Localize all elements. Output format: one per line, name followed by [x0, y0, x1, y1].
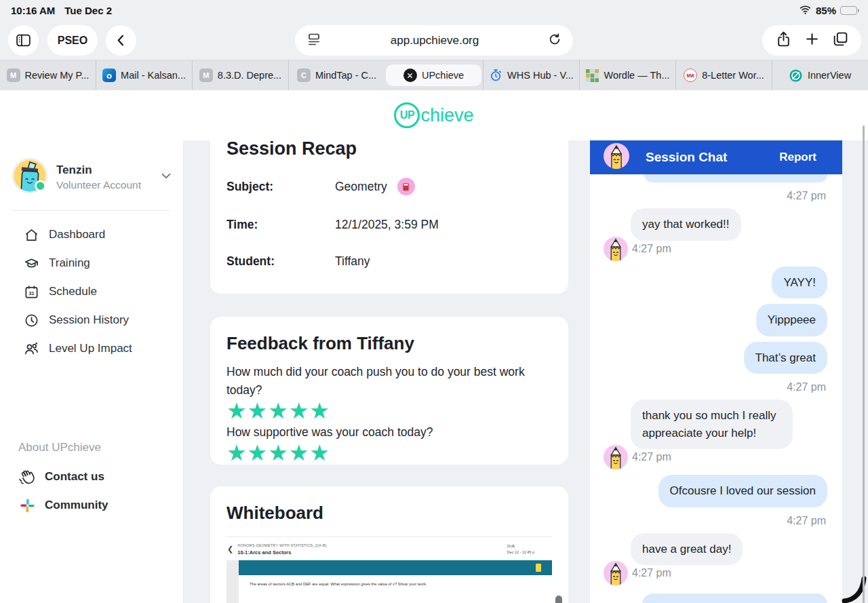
sidebar-item-label: Training [49, 256, 90, 270]
new-tab-button[interactable] [804, 31, 821, 50]
recap-value: 12/1/2025, 3:59 PM [335, 218, 439, 232]
tab-innerview[interactable]: InnerView [772, 60, 868, 90]
student-avatar [604, 143, 629, 172]
sidebar-item-dashboard[interactable]: Dashboard [0, 220, 183, 249]
sidebar-item-community[interactable]: Community [0, 491, 183, 520]
clock-icon [22, 313, 40, 328]
tab-8-3-d-depre[interactable]: M8.3.D. Depre... [192, 60, 288, 90]
wifi-icon [799, 4, 812, 17]
recap-row-student: Student:Tiffany [226, 254, 552, 269]
assignment-header: ❮ HONORS GEOMETRY WITH STATISTICS_2(A-B)… [226, 541, 552, 559]
volunteer-message-bubble: Ofcousre I loved our session [658, 475, 827, 507]
message-meta-row: 4:27 pm [604, 561, 829, 585]
tab-label: Mail - Kalsan... [121, 70, 186, 81]
whiteboard-divider [226, 537, 552, 537]
tab-label: 8-Letter Wor... [702, 70, 764, 81]
volunteer-message-bubble: YAYY! [772, 267, 827, 299]
sidebar-links: Contact usCommunity [0, 463, 183, 520]
message-meta-row: 4:27 pm [604, 237, 829, 261]
sidebar-item-contact-us[interactable]: Contact us [0, 463, 183, 491]
whiteboard-snapshot: ❮ HONORS GEOMETRY WITH STATISTICS_2(A-B)… [226, 541, 552, 603]
tab-mail-kalsan[interactable]: oMail - Kalsan... [96, 60, 192, 90]
recap-label: Student: [226, 254, 335, 269]
star-rating: ★★★★★ [226, 442, 552, 465]
reader-icon[interactable] [306, 31, 322, 50]
whiteboard-scrollbar[interactable] [555, 596, 562, 603]
innerview-favicon [789, 69, 803, 82]
share-button[interactable] [775, 31, 792, 50]
recap-label: Time: [226, 218, 335, 232]
recap-label: Subject: [226, 180, 335, 194]
account-menu[interactable]: Tenzin Volunteer Account [12, 158, 174, 196]
message-timestamp: 4:27 pm [604, 381, 826, 393]
tab-upchieve[interactable]: UPchieve [386, 64, 481, 86]
message-meta-row: 4:27 pm [604, 445, 829, 469]
tab-label: InnerView [808, 70, 851, 81]
tab-wordle-th[interactable]: Wordle — Th... [579, 60, 675, 90]
recap-row-time: Time:12/1/2025, 3:59 PM [226, 218, 552, 232]
sidebar-item-label: Dashboard [49, 228, 105, 241]
doc-teal-banner [239, 560, 552, 575]
student-message-bubble: have a great day! [631, 533, 743, 566]
sidebar-divider [12, 210, 170, 211]
upchieve-logo[interactable]: UP chieve [394, 102, 473, 128]
address-bar[interactable]: app.upchieve.org [295, 25, 573, 56]
feedback-questions: How much did your coach push you to do y… [226, 363, 552, 465]
about-upchieve-label: About UPchieve [18, 441, 101, 454]
reload-button[interactable] [547, 32, 562, 50]
user-avatar [12, 158, 47, 196]
toolbar-right-group [762, 25, 861, 56]
message-timestamp: 4:27 pm [604, 190, 826, 202]
tab-8-letter-wor[interactable]: MW8-Letter Wor... [675, 60, 772, 90]
message-timestamp: 4:27 pm [632, 451, 671, 463]
pseo-label: PSEO [58, 35, 87, 47]
clock-time: 10:16 AM [11, 5, 55, 16]
upchieve-logo-text: chieve [420, 105, 473, 126]
url-text: app.upchieve.org [322, 34, 547, 47]
message-timestamp: 4:27 pm [632, 243, 671, 255]
wordle-favicon [586, 69, 599, 82]
tab-review-my-p[interactable]: MReview My P... [0, 60, 96, 90]
sidebar-item-level-up-impact[interactable]: Level Up Impact [0, 334, 183, 363]
main-column: Session Recap Subject:GeometryTime:12/1/… [210, 140, 568, 603]
student-avatar [604, 561, 628, 585]
tabs-overview-button[interactable] [832, 31, 849, 50]
student-avatar [604, 445, 628, 469]
problem-text: The areas of sectors ACB and DEF are equ… [250, 582, 534, 586]
student-avatar [604, 237, 628, 261]
tab-label: Review My P... [25, 70, 90, 81]
volunteer-message-bubble: That’s great [744, 342, 827, 374]
clipped-bubble-bottom [642, 594, 827, 603]
recap-value: Geometry [335, 180, 387, 194]
tab-mindtap-c[interactable]: CMindTap - C... [288, 60, 384, 90]
calendar-icon: 31 [22, 284, 40, 300]
session-recap-card: Session Recap Subject:GeometryTime:12/1/… [210, 140, 568, 294]
report-button[interactable]: Report [779, 151, 816, 164]
sidebar-item-session-history[interactable]: Session History [0, 306, 183, 334]
tab-label: WHS Hub - V... [507, 70, 574, 81]
pseo-profile-button[interactable]: PSEO [47, 25, 98, 56]
doc-back-chevron-icon: ❮ [227, 545, 233, 553]
upchieve-logo-circle-icon: UP [394, 102, 420, 128]
sidebar-item-schedule[interactable]: 31Schedule [0, 277, 183, 306]
clipped-bubble-top [644, 174, 827, 182]
star-rating: ★★★★★ [226, 400, 552, 423]
page-scrollbar[interactable] [863, 125, 865, 603]
back-button[interactable] [106, 25, 136, 56]
user-name: Tenzin [56, 163, 141, 177]
sidebar-toggle-button[interactable] [8, 25, 39, 56]
svg-text:31: 31 [28, 291, 34, 296]
recap-value: Tiffany [335, 254, 370, 269]
whiteboard-card: Whiteboard ❮ HONORS GEOMETRY WITH STATIS… [210, 486, 568, 603]
tab-whs-hub-v[interactable]: WHS Hub - V... [483, 60, 579, 90]
c-favicon: C [297, 69, 311, 82]
sidebar-item-label: Session History [49, 313, 129, 327]
session-recap-title: Session Recap [226, 140, 552, 159]
browser-toolbar: PSEO app.upchieve.org [0, 20, 868, 60]
chevron-down-icon[interactable] [159, 168, 174, 186]
mw-favicon: MW [684, 69, 697, 82]
back-chevron-icon [113, 33, 129, 48]
sidebar-item-training[interactable]: Training [0, 249, 183, 277]
sidebar-item-label: Community [45, 499, 108, 512]
page-content: Tenzin Volunteer Account DashboardTraini… [0, 140, 868, 603]
